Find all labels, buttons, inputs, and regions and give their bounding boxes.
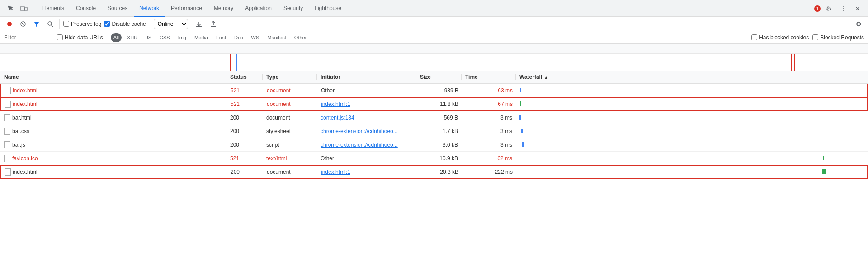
error-count-icon: 1: [814, 5, 821, 12]
import-har-button[interactable]: [193, 19, 204, 29]
row-name-text: bar.js: [12, 142, 25, 148]
table-row[interactable]: bar.js 200 script chrome-extension://cdn…: [0, 138, 868, 152]
filter-js-button[interactable]: JS: [143, 33, 154, 42]
filter-font-button[interactable]: Font: [213, 33, 229, 42]
has-blocked-cookies-checkbox[interactable]: [751, 34, 757, 40]
filter-img-button[interactable]: Img: [175, 33, 189, 42]
tab-performance[interactable]: Performance: [165, 0, 208, 17]
more-options-icon[interactable]: ⋮: [837, 2, 849, 15]
cell-status: 200: [227, 169, 263, 175]
row-name-text: index.html: [13, 101, 38, 107]
export-har-button[interactable]: [208, 19, 219, 29]
network-settings-button[interactable]: ⚙: [853, 19, 864, 29]
col-header-type[interactable]: Type: [263, 74, 317, 80]
disable-cache-checkbox[interactable]: [104, 21, 110, 27]
col-header-initiator[interactable]: Initiator: [317, 74, 416, 80]
table-row[interactable]: favicon.ico 521 text/html Other 10.9 kB …: [0, 152, 868, 165]
tab-memory[interactable]: Memory: [208, 0, 239, 17]
table-body: index.html 521 document Other 989 B 63 m…: [0, 84, 868, 268]
cell-name: bar.css: [0, 128, 226, 135]
has-blocked-cookies-label[interactable]: Has blocked cookies: [751, 34, 809, 41]
filter-input[interactable]: [4, 34, 49, 41]
filter-css-button[interactable]: CSS: [157, 33, 173, 42]
row-name-text: index.html: [13, 169, 38, 175]
cell-initiator: Other: [317, 155, 416, 162]
tab-security[interactable]: Security: [278, 0, 308, 17]
col-header-status[interactable]: Status: [226, 74, 263, 80]
cell-name: index.html: [1, 87, 227, 94]
cell-name: bar.html: [0, 114, 226, 121]
hide-data-urls-text: Hide data URLs: [65, 34, 103, 41]
tab-application[interactable]: Application: [240, 0, 277, 17]
col-header-size[interactable]: Size: [416, 74, 462, 80]
waterfall-bar: [520, 101, 521, 106]
record-button[interactable]: [4, 19, 15, 29]
cell-time: 3 ms: [462, 128, 516, 134]
preserve-log-checkbox[interactable]: [63, 21, 69, 27]
preserve-log-label[interactable]: Preserve log: [63, 21, 101, 27]
blocked-requests-label[interactable]: Blocked Requests: [812, 34, 864, 41]
waterfall-sort-arrow: ▲: [544, 75, 548, 80]
disable-cache-text: Disable cache: [112, 21, 146, 27]
cell-initiator[interactable]: index.html:1: [317, 169, 417, 175]
search-button[interactable]: [45, 19, 56, 29]
cell-waterfall: [516, 155, 868, 162]
tab-lighthouse[interactable]: Lighthouse: [309, 0, 347, 17]
cell-initiator[interactable]: chrome-extension://cdnhihoeo...: [317, 128, 416, 134]
filter-manifest-button[interactable]: Manifest: [264, 33, 289, 42]
filter-right-section: Has blocked cookies Blocked Requests: [751, 34, 864, 41]
filter-toggle-button[interactable]: [31, 19, 42, 29]
file-icon: [4, 128, 10, 135]
cell-status: 200: [226, 142, 263, 148]
settings-icon[interactable]: ⚙: [822, 2, 835, 15]
cell-initiator[interactable]: chrome-extension://cdnhihoeo...: [317, 142, 416, 148]
disable-cache-label[interactable]: Disable cache: [104, 21, 146, 27]
tab-elements[interactable]: Elements: [36, 0, 70, 17]
clear-button[interactable]: [18, 19, 28, 29]
cell-waterfall: [516, 87, 867, 94]
close-icon[interactable]: ✕: [851, 2, 864, 15]
cell-waterfall: [516, 101, 867, 107]
filter-media-button[interactable]: Media: [192, 33, 211, 42]
hide-data-urls-checkbox[interactable]: [57, 34, 63, 40]
inspect-element-icon[interactable]: [4, 2, 17, 15]
cell-initiator[interactable]: index.html:1: [317, 101, 417, 107]
cell-waterfall: [516, 169, 867, 175]
network-toolbar: Preserve log Disable cache Online Fast 3…: [0, 17, 868, 31]
blocked-requests-checkbox[interactable]: [812, 34, 818, 40]
table-row[interactable]: bar.html 200 document content.js:184 569…: [0, 111, 868, 124]
svg-point-5: [48, 22, 52, 25]
file-icon: [4, 141, 10, 148]
cell-size: 20.3 kB: [417, 169, 462, 175]
device-toolbar-icon[interactable]: [18, 2, 30, 15]
table-row[interactable]: index.html 521 document Other 989 B 63 m…: [0, 84, 868, 97]
table-row[interactable]: index.html 200 document index.html:1 20.…: [0, 165, 868, 179]
filter-doc-button[interactable]: Doc: [231, 33, 246, 42]
filter-all-button[interactable]: All: [111, 33, 122, 42]
tab-console[interactable]: Console: [71, 0, 101, 17]
table-row[interactable]: index.html 521 document index.html:1 11.…: [0, 97, 868, 111]
cell-name: favicon.ico: [0, 155, 226, 162]
waterfall-bar: [522, 142, 524, 147]
col-header-waterfall[interactable]: Waterfall ▲: [516, 74, 868, 80]
throttle-select[interactable]: Online Fast 3G Slow 3G Offline: [154, 19, 188, 29]
cell-initiator[interactable]: content.js:184: [317, 115, 416, 121]
timeline-blue-line-1: [236, 54, 237, 71]
hide-data-urls-label[interactable]: Hide data URLs: [57, 34, 103, 41]
tab-sources[interactable]: Sources: [102, 0, 133, 17]
col-header-time[interactable]: Time: [462, 74, 516, 80]
cell-size: 11.8 kB: [417, 101, 462, 107]
cell-size: 10.9 kB: [416, 155, 462, 162]
filter-ws-button[interactable]: WS: [249, 33, 262, 42]
cell-waterfall: [516, 128, 868, 134]
svg-point-2: [7, 22, 12, 26]
filter-xhr-button[interactable]: XHR: [124, 33, 140, 42]
cell-time: 62 ms: [462, 155, 516, 162]
filter-other-button[interactable]: Other: [292, 33, 310, 42]
col-header-name[interactable]: Name: [0, 74, 226, 80]
table-row[interactable]: bar.css 200 stylesheet chrome-extension:…: [0, 124, 868, 138]
error-badge[interactable]: 1: [814, 5, 821, 12]
tab-network[interactable]: Network: [134, 0, 165, 17]
row-name-text: bar.html: [12, 115, 32, 121]
cell-status: 521: [226, 155, 263, 162]
